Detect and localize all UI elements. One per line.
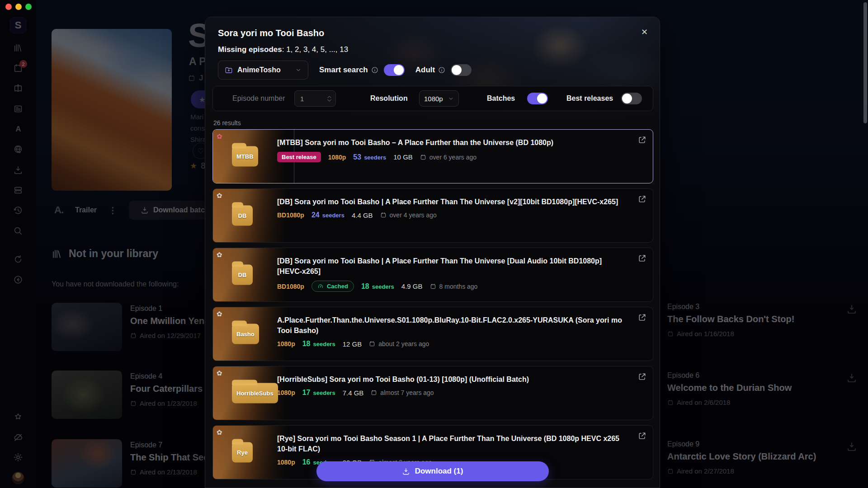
external-link-icon[interactable] [638, 313, 646, 324]
best-releases-toggle[interactable] [621, 93, 642, 104]
external-link-icon[interactable] [638, 254, 646, 264]
download-button[interactable]: Download (1) [316, 461, 549, 481]
seeders: 18seeders [361, 282, 394, 291]
torrent-title: [HorribleSubs] Sora yori mo Tooi Basho (… [277, 374, 626, 385]
file-size: 4.9 GB [401, 282, 423, 290]
window-controls [5, 4, 32, 10]
batches-toggle[interactable] [527, 93, 548, 104]
file-size: 12 GB [343, 340, 362, 348]
gauge-icon [317, 283, 324, 290]
external-link-icon[interactable] [638, 372, 646, 383]
smart-search-label: Smart search [319, 66, 368, 75]
upload-age: over 4 years ago [380, 211, 437, 219]
upload-age: almost 7 years ago [371, 389, 434, 396]
resolution-select[interactable]: 1080p [419, 90, 459, 107]
provider-select[interactable]: AnimeTosho [218, 61, 308, 80]
info-icon [371, 66, 378, 74]
smart-search-toggle[interactable] [384, 64, 405, 76]
resolution-value: 1080p [424, 95, 443, 103]
adult-toggle[interactable] [451, 64, 472, 76]
torrent-result-row[interactable]: ✿ DB [DB] Sora yori mo Tooi Basho | A Pl… [212, 248, 653, 302]
info-icon [438, 66, 445, 74]
resolution-badge: BD1080p [277, 283, 304, 290]
modal-title: Sora yori mo Tooi Basho [218, 28, 324, 38]
torrent-result-row[interactable]: ✿ Basho A.Place.Further.Than.the.Univers… [212, 307, 653, 361]
minimize-window-button[interactable] [15, 4, 22, 10]
calendar-icon [380, 212, 387, 218]
torrent-search-modal: Sora yori mo Tooi Basho ✕ Missing episod… [205, 17, 660, 488]
upload-age: over 6 years ago [420, 154, 476, 161]
resolution-label: Resolution [370, 94, 408, 103]
close-window-button[interactable] [5, 4, 12, 10]
external-link-icon[interactable] [638, 432, 646, 442]
stepper-arrows[interactable] [327, 95, 332, 102]
resolution-badge: 1080p [277, 389, 295, 396]
results-list: ✿ MTBB [MTBB] Sora yori mo Tooi Basho – … [212, 129, 653, 479]
calendar-icon [369, 341, 375, 347]
torrent-result-row[interactable]: ✿ MTBB [MTBB] Sora yori mo Tooi Basho – … [212, 129, 653, 183]
adult-label: Adult [415, 66, 435, 75]
torrent-title: [MTBB] Sora yori mo Tooi Basho – A Place… [277, 137, 626, 148]
resolution-badge: 1080p [277, 340, 295, 347]
torrent-result-row[interactable]: ✿ HorribleSubs [HorribleSubs] Sora yori … [212, 366, 653, 420]
provider-value: AnimeTosho [237, 66, 281, 74]
resolution-badge: 1080p [277, 459, 295, 466]
resolution-badge: BD1080p [277, 211, 304, 219]
torrent-title: A.Place.Further.Than.the.Universe.S01.10… [277, 315, 626, 336]
chevron-down-icon [295, 67, 302, 73]
episode-number-input[interactable] [294, 90, 336, 107]
provider-folder-icon [225, 66, 233, 74]
episode-number-label: Episode number [232, 94, 285, 103]
file-size: 10 GB [393, 153, 413, 161]
upload-age: 8 months ago [430, 283, 478, 290]
seeders: 18seeders [302, 340, 335, 348]
download-icon [402, 467, 410, 475]
external-link-icon[interactable] [638, 195, 646, 205]
torrent-title: [Rye] Sora yori mo Tooi Basho Season 1 |… [277, 433, 626, 454]
seeders: 24seeders [311, 211, 344, 219]
external-link-icon[interactable] [638, 136, 646, 146]
filter-bar: Episode number Resolution 1080p Batches … [212, 86, 653, 111]
calendar-icon [420, 154, 426, 160]
zoom-window-button[interactable] [25, 4, 32, 10]
torrent-title: [DB] Sora yori mo Tooi Basho | A Place F… [277, 256, 626, 277]
app-window: S 2 A [0, 0, 868, 488]
seeders: 17seeders [302, 389, 335, 397]
close-icon[interactable]: ✕ [641, 28, 648, 36]
calendar-icon [430, 283, 436, 290]
results-count: 26 results [213, 119, 241, 127]
missing-episodes: Missing episodes: 1, 2, 3, 4, 5, ..., 13 [218, 45, 348, 54]
cached-badge: Cached [311, 281, 354, 292]
page-scrollbar[interactable] [863, 2, 867, 123]
episode-number-field[interactable] [300, 95, 323, 103]
torrent-result-row[interactable]: ✿ DB [DB] Sora yori mo Tooi Basho | A Pl… [212, 188, 653, 243]
upload-age: about 2 years ago [369, 340, 429, 347]
resolution-badge: 1080p [328, 154, 346, 161]
calendar-icon [371, 389, 377, 396]
torrent-title: [DB] Sora yori mo Tooi Basho | A Place F… [277, 197, 626, 207]
best-releases-label: Best releases [566, 94, 613, 103]
best-release-badge: Best release [277, 152, 321, 162]
seeders: 53seeders [353, 153, 386, 161]
file-size: 7.4 GB [343, 389, 364, 397]
chevron-down-icon [448, 96, 454, 102]
file-size: 4.4 GB [352, 211, 373, 219]
batches-label: Batches [487, 94, 515, 103]
